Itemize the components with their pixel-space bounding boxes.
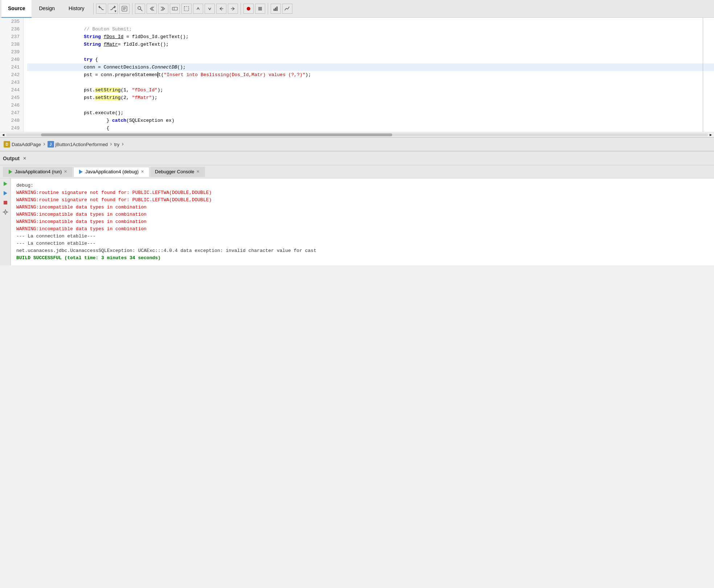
- out-line-3: WARNING:routine signature not found for:…: [16, 196, 316, 204]
- play-icon: [3, 181, 8, 187]
- scrollbar-track[interactable]: [6, 133, 708, 136]
- svg-marker-16: [4, 182, 7, 186]
- svg-rect-13: [276, 7, 278, 11]
- shift-right-icon: [230, 6, 236, 12]
- out-line-11: BUILD SUCCESSFUL (total time: 3 minutes …: [16, 254, 316, 262]
- tab-design[interactable]: Design: [32, 0, 61, 18]
- line-num-249: 249: [0, 124, 23, 132]
- redo-button[interactable]: ▼: [108, 4, 118, 14]
- output-header: Output ✕: [0, 152, 714, 165]
- debugger-tab-label: Debugger Console: [155, 169, 194, 174]
- toolbar-btn-3[interactable]: [119, 4, 130, 14]
- code-line-240[interactable]: conn = ConnectDecisions.ConnectDB();: [27, 56, 714, 63]
- shift-right-btn[interactable]: [228, 4, 238, 14]
- nav-fwd-icon: [160, 6, 166, 12]
- svg-marker-15: [79, 170, 83, 174]
- record-btn[interactable]: [243, 4, 254, 14]
- chart2-icon: [284, 6, 290, 12]
- output-panel: Output ✕ JavaApplication4 (run) ✕ JavaAp…: [0, 151, 714, 265]
- debug-tab-close[interactable]: ✕: [140, 169, 145, 174]
- out-line-2: WARNING:routine signature not found for:…: [16, 189, 316, 196]
- output-tab-debug[interactable]: JavaApplication4 (debug) ✕: [73, 167, 149, 177]
- output-left-panel: [0, 178, 11, 265]
- run-icon: [8, 169, 13, 175]
- out-line-5: WARNING:incompatible data types in combi…: [16, 211, 316, 218]
- tab-source[interactable]: Source: [1, 0, 32, 18]
- main-toolbar: Source Design History ▼: [0, 0, 714, 18]
- select-icon: [184, 6, 189, 12]
- code-line-239[interactable]: try {: [27, 48, 714, 56]
- code-text-244: pst.setString(2, "fMatr");: [50, 95, 157, 100]
- svg-rect-12: [275, 8, 276, 11]
- move-down-icon: [207, 6, 213, 12]
- breadcrumb-sep-1: ›: [42, 141, 46, 148]
- svg-rect-6: [172, 7, 177, 10]
- toolbar-divider-4: [268, 3, 268, 15]
- toggle-btn[interactable]: [170, 4, 180, 14]
- zoom-button[interactable]: [135, 4, 145, 14]
- code-line-249[interactable]: System.out.println(""+ex);: [27, 124, 714, 132]
- debug-play-icon: [3, 190, 8, 196]
- move-up-icon: [195, 6, 201, 12]
- shift-left-icon: [218, 6, 224, 12]
- out-line-1: debug:: [16, 182, 316, 189]
- debug-tab-label: JavaApplication4 (debug): [85, 169, 139, 174]
- output-tab-run[interactable]: JavaApplication4 (run) ✕: [3, 167, 73, 177]
- output-tabs: JavaApplication4 (run) ✕ JavaApplication…: [0, 165, 714, 178]
- stop-panel-icon[interactable]: [1, 199, 9, 207]
- scroll-right-btn[interactable]: ▶: [708, 133, 713, 137]
- line-num-241: 241: [0, 63, 23, 71]
- nav-back-button[interactable]: [147, 4, 157, 14]
- line-num-235: 235: [0, 18, 23, 25]
- svg-rect-11: [274, 9, 275, 11]
- chart2-btn[interactable]: [282, 4, 292, 14]
- scrollbar-thumb[interactable]: [41, 133, 392, 136]
- breadcrumb-item-2[interactable]: J jButton1ActionPerformed: [48, 141, 108, 148]
- record-icon: [246, 6, 251, 12]
- stop-icon: [257, 6, 263, 12]
- svg-point-9: [247, 7, 250, 11]
- output-tab-debugger[interactable]: Debugger Console ✕: [150, 167, 205, 177]
- line-numbers: 235 236 237 238 239 240 241 242 243 244 …: [0, 18, 24, 132]
- undo-button[interactable]: [96, 4, 106, 14]
- line-num-248: 248: [0, 117, 23, 124]
- breadcrumb-item-3[interactable]: try: [114, 142, 119, 147]
- debug-panel-icon[interactable]: [1, 189, 9, 197]
- breadcrumb-sep-2: ›: [109, 141, 113, 148]
- line-num-239: 239: [0, 48, 23, 56]
- code-line-247[interactable]: } catch(SQLException ex): [27, 109, 714, 117]
- code-line-243[interactable]: pst.setString(1, "fDos_Id");: [27, 79, 714, 86]
- shift-left-btn[interactable]: [216, 4, 226, 14]
- move-down-btn[interactable]: [205, 4, 215, 14]
- nav-fwd-button[interactable]: [158, 4, 168, 14]
- out-line-6: WARNING:incompatible data types in combi…: [16, 218, 316, 225]
- breadcrumb: D DataAddPage › J jButton1ActionPerforme…: [0, 137, 714, 151]
- chart1-btn[interactable]: [271, 4, 281, 14]
- code-line-246[interactable]: pst.execute();: [27, 102, 714, 109]
- stop-btn[interactable]: [255, 4, 265, 14]
- svg-rect-10: [258, 7, 262, 11]
- run-panel-icon[interactable]: [1, 180, 9, 188]
- code-text-241: pst = conn.prepareStatement("Insert into…: [50, 72, 311, 78]
- run-tab-close[interactable]: ✕: [63, 169, 68, 174]
- scroll-left-btn[interactable]: ◀: [1, 133, 6, 137]
- move-up-btn[interactable]: [193, 4, 203, 14]
- code-text-246: pst.execute();: [50, 110, 123, 116]
- horizontal-scrollbar[interactable]: ◀ ▶: [0, 132, 714, 137]
- code-editor[interactable]: 235 236 237 238 239 240 241 242 243 244 …: [0, 18, 714, 137]
- debugger-tab-close[interactable]: ✕: [196, 169, 200, 174]
- settings-panel-icon[interactable]: [1, 208, 9, 216]
- toggle-icon: [172, 6, 178, 12]
- toolbar-divider-2: [132, 3, 132, 15]
- tab-history[interactable]: History: [62, 0, 91, 18]
- breadcrumb-item-1[interactable]: D DataAddPage: [4, 141, 41, 148]
- output-close-btn[interactable]: ✕: [22, 156, 28, 161]
- nav-back-icon: [149, 6, 155, 12]
- code-area[interactable]: // Bouton Submit; String fDos_Id = fldDo…: [24, 18, 714, 132]
- breadcrumb-label-1: DataAddPage: [12, 142, 41, 147]
- code-line-235[interactable]: // Bouton Submit;: [27, 18, 714, 25]
- svg-point-23: [7, 212, 8, 212]
- select-btn[interactable]: [181, 4, 192, 14]
- line-num-243: 243: [0, 79, 23, 86]
- breadcrumb-sep-3: ›: [121, 141, 124, 148]
